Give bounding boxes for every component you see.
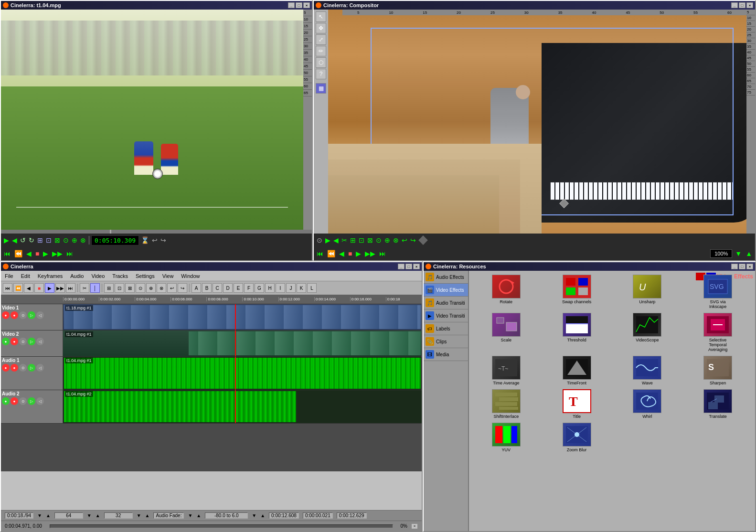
comp-stop[interactable]: ■ (347, 250, 353, 257)
viewer-to-end[interactable]: ⏭ (65, 250, 74, 257)
compositor-maximize-btn[interactable]: □ (739, 2, 745, 8)
effect-zoomblur[interactable]: Zoom Blur (543, 423, 610, 452)
comp-ctrl-10[interactable]: ⊗ (392, 236, 400, 244)
viewer-fast-forward[interactable]: ▶▶ (51, 250, 64, 257)
track-mute-video2[interactable]: ● (2, 338, 10, 345)
tool-back[interactable]: ◀ (24, 283, 33, 293)
tool-3[interactable]: ⊠ (125, 283, 135, 293)
status-zoom1-up[interactable]: ▲ (96, 513, 100, 518)
viewer-prev-frame[interactable]: ⏪ (13, 250, 23, 257)
track-content-video1[interactable]: t1.18.mpg #1 (63, 304, 422, 330)
tool-b[interactable]: B (202, 283, 212, 293)
category-audio-effects[interactable]: 🎵 Audio Effects (424, 271, 468, 284)
status-zoom1-down[interactable]: ▼ (87, 513, 92, 518)
track-expand-audio2[interactable]: ▷ (28, 397, 35, 405)
status-fade-apply2[interactable]: ▲ (260, 513, 265, 518)
tool-5[interactable]: ⊕ (146, 283, 156, 293)
tool-d[interactable]: D (223, 283, 233, 293)
category-media[interactable]: 🎞 Media (424, 348, 468, 361)
comp-ctrl-12[interactable]: ↪ (409, 236, 417, 244)
tool-g[interactable]: G (255, 283, 264, 293)
track-lock-audio1[interactable]: ⊙ (19, 364, 27, 372)
comp-ctrl-1[interactable]: ⊙ (316, 236, 323, 244)
status-zoom2-down[interactable]: ▼ (137, 513, 141, 518)
viewer-ctrl-9[interactable]: ⊕ (71, 236, 78, 244)
comp-ctrl-3[interactable]: ◀ (332, 236, 340, 244)
menu-settings[interactable]: Settings (132, 272, 159, 280)
menu-window[interactable]: Window (177, 272, 203, 280)
comp-play[interactable]: ▶ (355, 250, 362, 257)
category-clips[interactable]: 📎 Clips (424, 335, 468, 348)
track-vol-video1[interactable]: ◁ (36, 311, 44, 319)
viewer-ctrl-4[interactable]: ↻ (28, 236, 35, 244)
comp-prev[interactable]: ⏪ (326, 250, 336, 257)
comp-ctrl-8[interactable]: ⊙ (375, 236, 383, 244)
menu-file[interactable]: File (1, 272, 17, 280)
track-expand-video1[interactable]: ▷ (28, 311, 35, 319)
resources-minimize-btn[interactable]: _ (731, 264, 738, 269)
effect-translate[interactable]: Translate (684, 389, 751, 419)
comp-ctrl-9[interactable]: ⊕ (383, 236, 391, 244)
menu-audio[interactable]: Audio (66, 272, 87, 280)
menu-tracks[interactable]: Tracks (108, 272, 132, 280)
comp-tool-scale[interactable]: ⤢ (316, 34, 326, 45)
effect-shift[interactable]: ShiftInterlace (473, 389, 540, 419)
viewer-ctrl-11[interactable]: ⌛ (140, 236, 150, 244)
viewer-minimize-btn[interactable]: _ (288, 2, 295, 8)
comp-tool-mask[interactable]: ⬡ (316, 57, 326, 68)
resources-maximize-btn[interactable]: □ (739, 264, 745, 269)
track-vol-video2[interactable]: ◁ (36, 338, 44, 345)
tool-1[interactable]: ⊞ (104, 283, 114, 293)
viewer-maximize-btn[interactable]: □ (296, 2, 302, 8)
track-rec-audio2[interactable]: ● (11, 397, 18, 405)
viewer-close-btn[interactable]: × (303, 2, 310, 8)
viewer-reverse[interactable]: ◀ (25, 250, 32, 257)
timeline-maximize-btn[interactable]: □ (405, 264, 412, 269)
comp-keyframe-btn[interactable] (418, 235, 428, 245)
track-rec-video2[interactable]: ● (11, 338, 18, 345)
comp-ctrl-4[interactable]: ✂ (341, 236, 348, 244)
comp-ctrl-5[interactable]: ⊞ (349, 236, 357, 244)
timeline-close-btn[interactable]: × (413, 264, 420, 269)
comp-zoom-up[interactable]: ▲ (745, 250, 753, 257)
track-vol-audio2[interactable]: ◁ (36, 397, 44, 405)
comp-tool-move[interactable]: ✥ (316, 23, 326, 33)
track-content-audio1[interactable]: t1.04.mpg #1 (63, 357, 422, 390)
track-expand-video2[interactable]: ▷ (28, 338, 35, 345)
compositor-minimize-btn[interactable]: _ (731, 2, 738, 8)
status-zoom2-up[interactable]: ▲ (145, 513, 150, 518)
viewer-ctrl-10[interactable]: ⊗ (79, 236, 87, 244)
category-video-transition[interactable]: ▶ Video Transiti (424, 309, 468, 322)
tool-7[interactable]: ↩ (167, 283, 177, 293)
effect-seltemp[interactable]: Selective Temporal Averaging (684, 313, 751, 352)
tool-stop[interactable]: ■ (34, 283, 44, 293)
effect-threshold[interactable]: Threshold (543, 313, 610, 352)
viewer-ctrl-5[interactable]: ⊞ (36, 236, 44, 244)
effect-unsharp[interactable]: U Unsharp (614, 275, 681, 309)
menu-view[interactable]: View (159, 272, 178, 280)
menu-edit[interactable]: Edit (17, 272, 34, 280)
tool-k[interactable]: K (297, 283, 306, 293)
effect-yuv[interactable]: YUV (473, 423, 540, 452)
comp-ctrl-11[interactable]: ↩ (401, 236, 408, 244)
track-mute-audio1[interactable]: ● (2, 364, 10, 372)
track-content-audio2[interactable]: t1.04.mpg #2 (63, 390, 422, 423)
viewer-play[interactable]: ▶ (42, 250, 49, 257)
status-arrow-2[interactable]: ▲ (46, 513, 51, 518)
tool-6[interactable]: ⊗ (157, 283, 166, 293)
tool-2[interactable]: ⊡ (115, 283, 124, 293)
comp-tool-draw[interactable]: ✏ (316, 46, 326, 56)
resources-close-btn[interactable]: × (746, 264, 753, 269)
viewer-ctrl-2[interactable]: ◀ (11, 236, 18, 244)
comp-tool-pointer[interactable]: ↖ (316, 11, 326, 22)
comp-zoom-down[interactable]: ▼ (734, 250, 743, 257)
tool-i[interactable]: I (276, 283, 285, 293)
effect-scale[interactable]: Scale (473, 313, 540, 352)
tool-rewind[interactable]: ⏮ (3, 283, 12, 293)
viewer-ctrl-13[interactable]: ↪ (160, 236, 167, 244)
track-rec-audio1[interactable]: ● (11, 364, 18, 372)
effect-whirl[interactable]: Whirl (614, 389, 681, 419)
status-fade-up[interactable]: ▲ (196, 513, 201, 518)
effect-videoscope[interactable]: VideoScope (614, 313, 681, 352)
category-labels[interactable]: 🏷 Labels (424, 322, 468, 335)
